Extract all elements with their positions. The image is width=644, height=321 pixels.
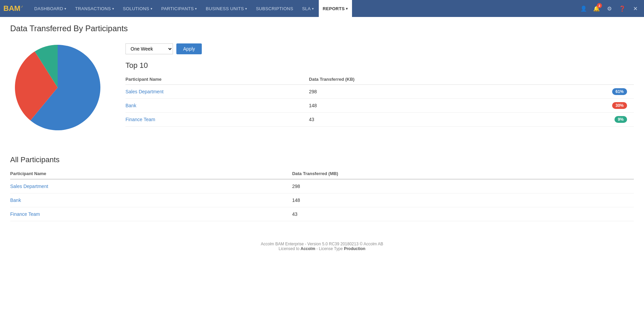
pct-badge: 61% [612,88,627,95]
all-participants-title: All Participants [10,155,634,164]
top10-col-data: Data Transferred (KB) [309,74,529,85]
footer: Accolm BAM Enterprise - Version 5.0 RC39… [10,235,634,258]
gear-icon[interactable]: ⚙ [604,3,615,14]
caret-icon: ▾ [312,7,314,11]
caret-icon: ▾ [195,7,197,11]
pie-chart [10,40,105,135]
help-icon[interactable]: ❓ [617,3,628,14]
data-value: 298 [309,85,529,99]
top10-title: Top 10 [125,61,634,70]
all-col-participant: Participant Name [10,168,292,179]
time-filter-select[interactable]: One DayOne WeekOne MonthOne Year [125,43,173,54]
caret-icon: ▾ [245,7,247,11]
pct-badge: 9% [614,116,627,123]
footer-line2: Licensed to Accolm - License Type Produc… [17,246,627,251]
participant-link[interactable]: Finance Team [10,211,40,217]
data-value: 43 [292,207,634,221]
pct-cell: 9% [529,113,634,127]
notification-badge: 2 [597,3,602,8]
pie-chart-container [10,40,112,142]
nav-item-business-units[interactable]: BUSINESS UNITS ▾ [202,0,251,17]
data-value: 148 [292,193,634,207]
nav-item-sla[interactable]: SLA ▾ [298,0,318,17]
caret-icon: ▾ [64,7,66,11]
filter-row: One DayOne WeekOne MonthOne Year Apply [125,43,634,54]
logo[interactable]: BAM♂ [3,4,23,13]
data-value: 148 [309,99,529,113]
caret-icon: ▾ [346,7,348,11]
participant-link[interactable]: Sales Department [125,89,163,94]
user-icon[interactable]: 👤 [578,3,589,14]
nav-item-reports[interactable]: REPORTS ▾ [319,0,352,17]
participant-link[interactable]: Finance Team [125,117,155,122]
nav-items: DASHBOARD ▾TRANSACTIONS ▾SOLUTIONS ▾PART… [30,0,578,17]
close-icon[interactable]: ✕ [630,3,641,14]
nav-item-subscriptions[interactable]: SUBSCRIPTIONS [252,0,297,17]
page-title: Data Transferred By Participants [10,24,634,33]
data-value: 43 [309,113,529,127]
right-panel: One DayOne WeekOne MonthOne Year Apply T… [125,40,634,127]
table-row: Sales Department 298 61% [125,85,634,99]
pct-cell: 30% [529,99,634,113]
participant-link[interactable]: Bank [125,103,136,108]
footer-line1: Accolm BAM Enterprise - Version 5.0 RC39… [17,242,627,246]
pct-badge: 30% [612,102,627,109]
table-row: Bank 148 [10,193,634,207]
caret-icon: ▾ [151,7,152,11]
table-row: Finance Team 43 [10,207,634,221]
apply-button[interactable]: Apply [176,43,202,54]
participant-link[interactable]: Sales Department [10,184,48,189]
main-content: Data Transferred By Participants One Day… [0,17,644,321]
all-col-data: Data Transferred (MB) [292,168,634,179]
top10-table: Participant Name Data Transferred (KB) S… [125,74,634,127]
table-row: Finance Team 43 9% [125,113,634,127]
nav-item-dashboard[interactable]: DASHBOARD ▾ [30,0,70,17]
all-participants-table: Participant Name Data Transferred (MB) S… [10,168,634,221]
all-participants-section: All Participants Participant Name Data T… [10,155,634,221]
nav-item-solutions[interactable]: SOLUTIONS ▾ [119,0,156,17]
top10-col-participant: Participant Name [125,74,309,85]
navbar: BAM♂ DASHBOARD ▾TRANSACTIONS ▾SOLUTIONS … [0,0,644,17]
pct-cell: 61% [529,85,634,99]
participant-link[interactable]: Bank [10,197,21,203]
nav-icons: 👤🔔2⚙❓✕ [578,3,641,14]
table-row: Bank 148 30% [125,99,634,113]
nav-item-participants[interactable]: PARTICIPANTS ▾ [157,0,201,17]
data-value: 298 [292,179,634,193]
bell-icon[interactable]: 🔔2 [591,3,602,14]
caret-icon: ▾ [112,7,114,11]
top-section: One DayOne WeekOne MonthOne Year Apply T… [10,40,634,142]
nav-item-transactions[interactable]: TRANSACTIONS ▾ [71,0,118,17]
table-row: Sales Department 298 [10,179,634,193]
